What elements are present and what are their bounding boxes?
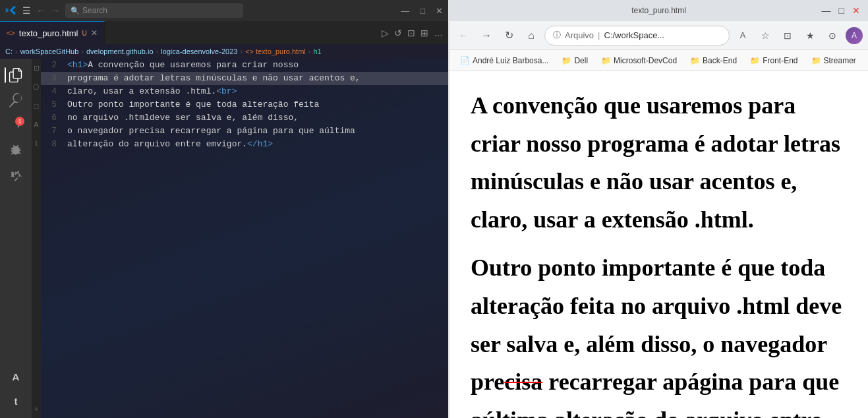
breadcrumb-dvelopment[interactable]: dvelopment.github.io xyxy=(86,47,154,55)
bookmark-backend[interactable]: 📁 Back-End xyxy=(685,54,742,67)
reader-mode-button[interactable]: A xyxy=(734,26,752,45)
tab-file-icon: <> xyxy=(7,29,15,37)
search-placeholder: Search xyxy=(82,6,107,15)
browser-title-text: texto_puro.html xyxy=(631,6,686,15)
code-line-5: 6 no arquivo .htmldeve ser salva e, além… xyxy=(41,111,448,125)
bookmark-dell[interactable]: 📁 Dell xyxy=(556,54,593,67)
breadcrumb-file[interactable]: <> texto_puro.html xyxy=(245,47,306,55)
profile-avatar[interactable]: A xyxy=(846,27,863,44)
code-line-7: 8 alteração do arquivo entre emvigor.</h… xyxy=(41,138,448,151)
bookmark-backend-label: Back-End xyxy=(703,56,737,65)
editor-main: 1 A t ⊡ ⎔ □ A t + 2 <h1>A conv xyxy=(0,59,448,418)
address-info-icon: ⓘ xyxy=(553,30,561,41)
bookmark-msdevcode-label: Microsoft-DevCod xyxy=(614,56,677,65)
vscode-titlebar: ☰ ← → 🔍 Search — □ ✕ xyxy=(0,0,448,21)
tab-close-button[interactable]: ✕ xyxy=(91,28,98,38)
activity-accounts-icon[interactable]: A xyxy=(5,365,27,388)
tab-modified-indicator: U xyxy=(82,30,86,37)
browser-titlebar: texto_puro.html — □ ✕ xyxy=(449,0,868,21)
bookmark-streamer-label: Streamer xyxy=(824,56,856,65)
browser-minimize-button[interactable]: — xyxy=(822,5,831,16)
tab-filename: texto_puro.html xyxy=(19,28,78,38)
vscode-search-bar[interactable]: 🔍 Search xyxy=(65,3,243,18)
history-button[interactable]: ↺ xyxy=(394,28,402,38)
layout-button[interactable]: ⊞ xyxy=(420,28,428,38)
browser-home-button[interactable]: ⌂ xyxy=(522,26,540,45)
bookmark-dell-label: Dell xyxy=(574,56,588,65)
activity-bar: 1 A t xyxy=(0,59,32,418)
bookmark-dell-icon: 📁 xyxy=(562,56,571,65)
bookmark-frontend-label: Front-End xyxy=(763,56,797,65)
bookmark-andre-icon: 📄 xyxy=(460,56,470,65)
right-panel-icons: ⊡ ⎔ □ A t + xyxy=(32,59,41,418)
activity-extensions-icon[interactable] xyxy=(5,164,27,187)
strikethrough-text: cisa xyxy=(504,369,542,395)
bookmark-andre[interactable]: 📄 André Luiz Barbosa... xyxy=(455,54,554,67)
run-button[interactable]: ▷ xyxy=(382,28,389,38)
code-editor[interactable]: 2 <h1>A convenção que usaremos para cria… xyxy=(41,59,448,418)
activity-settings-icon[interactable]: t xyxy=(5,390,27,413)
activity-debug-icon[interactable] xyxy=(5,139,27,162)
tab-action-buttons: ▷ ↺ ⊡ ⊞ … xyxy=(376,21,448,44)
address-scheme: Arquivo xyxy=(565,30,594,40)
panel-icon-1[interactable]: ⊡ xyxy=(34,64,40,73)
activity-search-icon[interactable] xyxy=(5,89,27,111)
breadcrumb-logica[interactable]: logica-desenvolve-2023 xyxy=(161,47,237,55)
collections-button[interactable]: ⊡ xyxy=(778,26,797,45)
bookmark-button[interactable]: ☆ xyxy=(756,26,774,45)
share-button[interactable]: ⊙ xyxy=(823,26,842,45)
breadcrumb-tag[interactable]: h1 xyxy=(313,47,321,55)
bookmark-streamer-icon: 📁 xyxy=(811,56,821,65)
browser-content: A convenção que usaremos para criar noss… xyxy=(449,71,868,418)
bookmark-frontend-icon: 📁 xyxy=(750,56,760,65)
breadcrumb-workspace[interactable]: workSpaceGitHub xyxy=(20,47,79,55)
code-line-2: 3 programa é adotar letras minúsculas e … xyxy=(41,72,448,85)
browser-refresh-button[interactable]: ↻ xyxy=(500,26,518,45)
code-line-4: 5 Outro ponto importante é que toda alte… xyxy=(41,98,448,111)
panel-icon-4[interactable]: A xyxy=(34,121,38,129)
nav-forward-button[interactable]: → xyxy=(51,5,60,16)
bookmark-andre-label: André Luiz Barbosa... xyxy=(473,56,548,65)
hamburger-menu-icon[interactable]: ☰ xyxy=(22,5,31,16)
browser-window: texto_puro.html — □ ✕ ← → ↻ ⌂ ⓘ Arquivo … xyxy=(448,0,868,418)
bookmarks-bar: 📄 André Luiz Barbosa... 📁 Dell 📁 Microso… xyxy=(449,50,868,71)
browser-close-button[interactable]: ✕ xyxy=(852,5,860,16)
address-bar[interactable]: ⓘ Arquivo | C:/workSpace... xyxy=(544,26,730,45)
vscode-window-controls: — □ ✕ xyxy=(401,6,443,16)
content-heading: A convenção que usaremos para criar noss… xyxy=(471,87,847,239)
bookmark-backend-icon: 📁 xyxy=(690,56,700,65)
bookmark-msdevcode[interactable]: 📁 Microsoft-DevCod xyxy=(596,54,682,67)
vscode-close-button[interactable]: ✕ xyxy=(436,6,443,16)
panel-icon-plus[interactable]: + xyxy=(34,405,38,413)
code-line-1: 2 <h1>A convenção que usaremos para cria… xyxy=(41,59,448,72)
nav-back-button[interactable]: ← xyxy=(36,5,45,16)
panel-icon-5[interactable]: t xyxy=(35,139,37,147)
vscode-tabbar: <> texto_puro.html U ✕ ▷ ↺ ⊡ ⊞ … xyxy=(0,21,448,44)
code-line-3: 4 claro, usar a extensão .html.<br> xyxy=(41,85,448,98)
vscode-logo-icon xyxy=(5,5,17,16)
content-paragraph2: Outro ponto importante é que toda altera… xyxy=(471,249,847,418)
vscode-maximize-button[interactable]: □ xyxy=(420,6,425,16)
panel-icon-3[interactable]: □ xyxy=(34,102,39,110)
browser-maximize-button[interactable]: □ xyxy=(839,5,844,16)
activity-explorer-icon[interactable] xyxy=(5,64,27,86)
split-button[interactable]: ⊡ xyxy=(407,28,415,38)
bookmark-msdevcode-icon: 📁 xyxy=(601,56,611,65)
breadcrumb: C: › workSpaceGitHub › dvelopment.github… xyxy=(0,44,448,59)
favorites-button[interactable]: ★ xyxy=(801,26,819,45)
browser-forward-button[interactable]: → xyxy=(477,26,496,45)
bookmark-streamer[interactable]: 📁 Streamer xyxy=(806,54,861,67)
tab-texto-puro[interactable]: <> texto_puro.html U ✕ xyxy=(0,21,105,44)
browser-toolbar: ← → ↻ ⌂ ⓘ Arquivo | C:/workSpace... A ☆ … xyxy=(449,21,868,50)
more-actions-button[interactable]: … xyxy=(434,28,443,38)
code-line-6: 7 o navegador precisa recarregar a págin… xyxy=(41,125,448,138)
bookmark-frontend[interactable]: 📁 Front-End xyxy=(745,54,803,67)
browser-back-button[interactable]: ← xyxy=(455,26,473,45)
search-icon: 🔍 xyxy=(71,7,80,15)
source-control-badge: 1 xyxy=(15,117,24,126)
vscode-minimize-button[interactable]: — xyxy=(401,6,409,16)
panel-icon-2[interactable]: ⎔ xyxy=(33,83,40,92)
breadcrumb-root[interactable]: C: xyxy=(5,47,13,55)
activity-source-control-icon[interactable]: 1 xyxy=(5,114,27,136)
address-url: C:/workSpace... xyxy=(604,30,664,40)
